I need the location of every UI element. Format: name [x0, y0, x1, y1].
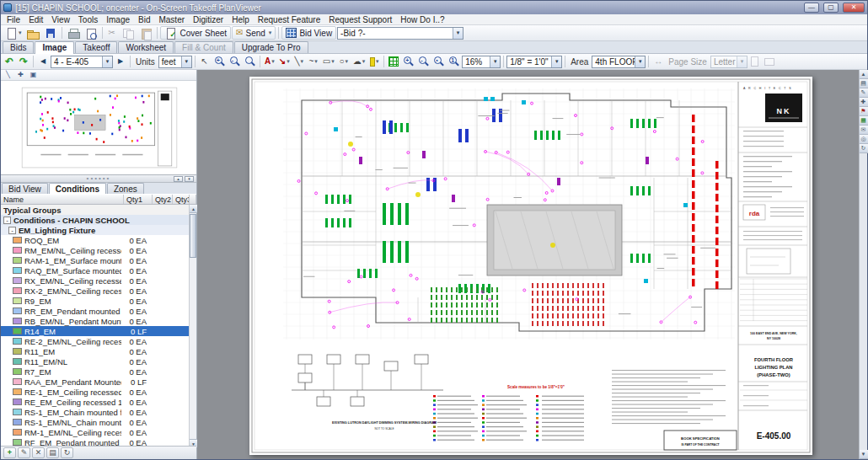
menu-master[interactable]: Master [154, 14, 189, 25]
takeoff-line-tool-button[interactable]: ╲ [3, 71, 13, 80]
scale-selector[interactable]: 1/8" = 1'0"▾ [506, 56, 562, 68]
line-annotation-button[interactable]: ╲▾ [292, 55, 306, 68]
condition-row[interactable]: R11_EM0 EA [1, 346, 190, 356]
edit-condition-button[interactable]: ✎ [18, 447, 30, 458]
condition-row[interactable]: RS-1_EM_Chain mounted flu...0 EA [1, 407, 190, 417]
zoom-window-tool-button[interactable] [243, 55, 257, 68]
menu-file[interactable]: File [3, 14, 24, 25]
condition-row[interactable]: RE-1_EM_Ceiling recessed 2'...0 EA [1, 387, 190, 397]
save-button[interactable] [42, 26, 59, 40]
overlay-grid-button[interactable] [387, 55, 400, 68]
condition-row[interactable]: RAQ_EM_Surface mounted L...0 EA [1, 265, 190, 275]
overview-thumbnail-pane[interactable] [1, 81, 196, 175]
condition-row[interactable]: R7_EM0 EA [1, 366, 190, 377]
close-button[interactable]: ✕ [843, 3, 865, 13]
zoom-in-button[interactable]: + [401, 55, 415, 68]
rectangle-annotation-button[interactable]: ▭▾ [321, 55, 336, 68]
layers-button[interactable]: ▤ [860, 79, 868, 88]
menu-view[interactable]: View [47, 14, 74, 25]
minimize-button[interactable]: — [804, 3, 819, 13]
print-button[interactable] [65, 26, 82, 40]
area-selector[interactable]: 4th FLOOR▾ [592, 56, 646, 68]
text-annotation-button[interactable]: A▾ [263, 55, 276, 68]
units-selector[interactable]: feet▾ [158, 56, 192, 68]
send-button[interactable]: ✉Send▾ [232, 26, 276, 40]
freehand-annotation-button[interactable]: ~▾ [307, 55, 320, 68]
condition-row[interactable]: RM-1_EM/NL_Ceiling reces...0 EA [1, 427, 190, 437]
menu-how-do-i[interactable]: How Do I..? [396, 14, 448, 25]
column-qty2[interactable]: Qty2 [153, 195, 173, 204]
condition-row[interactable]: RX_EM/NL_Ceiling recessed...0 EA [1, 275, 190, 286]
condition-row[interactable]: RE-2_EM/NL_Ceiling recess...0 EA [1, 336, 190, 346]
group-header-em-lighting-fixture[interactable]: -EM_Lighting Fixture [1, 225, 190, 235]
title-bar[interactable]: [15] CHAPIN SCHOOL; oncenter - On-Screen… [1, 1, 867, 14]
column-qty3[interactable]: Qty3 [173, 195, 190, 204]
menu-help[interactable]: Help [228, 14, 254, 25]
condition-row[interactable]: RX-2_EM/NL_Ceiling recess...0 EA [1, 286, 190, 296]
open-button[interactable] [24, 26, 41, 40]
tab-worksheet[interactable]: Worksheet [118, 41, 174, 53]
add-condition-button[interactable]: + [3, 447, 16, 458]
tab-conditions[interactable]: Conditions [49, 183, 106, 194]
mail-button[interactable]: ✉ [860, 126, 868, 135]
ellipse-annotation-button[interactable]: ○▾ [337, 55, 351, 68]
menu-edit[interactable]: Edit [24, 14, 47, 25]
next-page-button[interactable]: ▶ [114, 55, 127, 68]
menu-tools[interactable]: Tools [74, 14, 102, 25]
sheet[interactable]: A R C H I T E C T S NK rda 100 EAST END … [249, 77, 812, 455]
scroll-down-button[interactable]: ▼ [860, 450, 868, 459]
page-selector[interactable]: 4 - E-405▾ [51, 56, 113, 68]
condition-row[interactable]: R14_EM0 LF [1, 326, 190, 336]
scroll-up-button[interactable]: ▲ [190, 205, 197, 213]
condition-row[interactable]: RB_EM/NL_Pendant Mounte...0 EA [1, 316, 190, 326]
print-preview-button[interactable] [83, 26, 99, 40]
condition-row[interactable]: RS-1_EM/NL_Chain mounte...0 EA [1, 417, 190, 427]
collapse-down-button[interactable]: ▾ [185, 176, 194, 182]
menu-request-feature[interactable]: Request Feature [254, 14, 325, 25]
menu-digitizer[interactable]: Digitizer [189, 14, 228, 25]
rotate-button[interactable]: ↻ [860, 144, 868, 153]
collapse-up-button[interactable]: ▴ [174, 176, 183, 182]
edit-button[interactable]: ✎ [860, 88, 868, 98]
tab-zones[interactable]: Zones [107, 183, 144, 194]
column-qty1[interactable]: Qty1 [124, 195, 153, 204]
zoom-out-button[interactable]: - [416, 55, 431, 68]
new-bid-button[interactable]: ▾ [3, 26, 24, 40]
scrollbar-thumb[interactable] [190, 214, 196, 258]
condition-row[interactable]: ROQ_EM0 EA [1, 235, 190, 245]
layers-button[interactable]: ▤ [46, 447, 59, 458]
takeoff-count-tool-button[interactable]: ✚ [15, 71, 26, 80]
bid-selector[interactable]: -Bid ?-▾ [337, 27, 463, 40]
panel-splitter[interactable]: •••••• ▴ ▾ [1, 175, 196, 183]
conditions-list[interactable]: Typical Groups-Conditions - CHAPIN SCHOO… [1, 205, 190, 447]
zoom-out-tool-button[interactable]: - [228, 55, 242, 68]
conditions-column-header[interactable]: Name Qty1 Qty2 Qty3 [1, 195, 196, 205]
flag-button[interactable]: ⚑ [860, 107, 868, 116]
condition-row[interactable]: RAM-1_EM_Surface mounte...0 EA [1, 255, 190, 265]
condition-row[interactable]: R9_EM0 EA [1, 296, 190, 306]
previous-page-button[interactable]: ◀ [36, 55, 50, 68]
delete-condition-button[interactable]: ✕ [32, 447, 45, 458]
condition-row[interactable]: RR_EM_Pendant mounted L...0 EA [1, 306, 190, 316]
tab-takeoff[interactable]: Takeoff [75, 41, 117, 53]
view-back-button[interactable]: ↶ [3, 55, 16, 68]
zoom-fit-button[interactable]: ▪ [431, 55, 446, 68]
conditions-scrollbar[interactable]: ▲ ▼ [189, 205, 196, 447]
cloud-annotation-button[interactable]: ☁▾ [351, 55, 367, 68]
bid-view-button[interactable]: Bid View [281, 26, 336, 40]
menu-request-support[interactable]: Request Support [324, 14, 396, 25]
condition-row[interactable]: RAA_EM_Pendant Mounted l...0 LF [1, 377, 190, 387]
condition-row[interactable]: R11_EM/NL0 EA [1, 356, 190, 366]
condition-row[interactable]: RM_EM/NL_Ceiling recessed ...0 EA [1, 245, 190, 255]
tab-bids[interactable]: Bids [3, 41, 34, 53]
condition-row[interactable]: RE_EM_Ceiling recessed 1'x...0 EA [1, 397, 190, 407]
menu-bid[interactable]: Bid [134, 14, 154, 25]
tab-bid-view[interactable]: Bid View [2, 183, 48, 194]
target-button[interactable]: ◎ [860, 135, 868, 144]
group-header-conditions[interactable]: -Conditions - CHAPIN SCHOOL [1, 215, 190, 225]
maximize-button[interactable]: ▢ [823, 3, 839, 13]
select-tool-button[interactable]: ↖ [198, 55, 212, 68]
highlight-annotation-button[interactable]: ▾ [367, 55, 381, 68]
view-forward-button[interactable]: ↷ [17, 55, 30, 68]
column-name[interactable]: Name [1, 195, 124, 204]
